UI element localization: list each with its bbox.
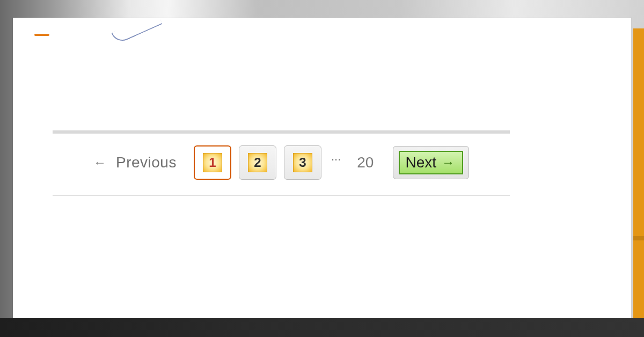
last-page-number[interactable]: 20 (357, 154, 374, 171)
pagination-ellipsis: ... (331, 150, 341, 164)
next-label: Next (405, 154, 436, 171)
previous-button[interactable]: ← Previous (93, 154, 177, 171)
pagination-block: ← Previous 1 2 3 ... 20 Next → (53, 130, 510, 196)
arrow-left-icon: ← (93, 155, 106, 170)
right-accent-bar (633, 28, 644, 318)
page-number-1: 1 (203, 153, 222, 172)
pagination: ← Previous 1 2 3 ... 20 Next → (53, 134, 510, 195)
page-button-2[interactable]: 2 (239, 145, 276, 180)
pagination-bottom-rule (53, 195, 510, 196)
next-button[interactable]: Next → (393, 146, 469, 179)
arrow-right-icon: → (442, 155, 455, 170)
page-button-1[interactable]: 1 (194, 145, 231, 180)
page-button-3[interactable]: 3 (284, 145, 321, 180)
background-bottom-strip (0, 318, 644, 337)
page-number-2: 2 (248, 153, 267, 172)
previous-label: Previous (116, 154, 177, 171)
page-number-3: 3 (293, 153, 312, 172)
next-button-inner: Next → (399, 151, 463, 174)
top-curve-decoration (111, 12, 163, 45)
top-accent-sliver (34, 34, 49, 36)
right-accent-divider (633, 236, 644, 240)
content-card: ← Previous 1 2 3 ... 20 Next → (13, 18, 631, 318)
